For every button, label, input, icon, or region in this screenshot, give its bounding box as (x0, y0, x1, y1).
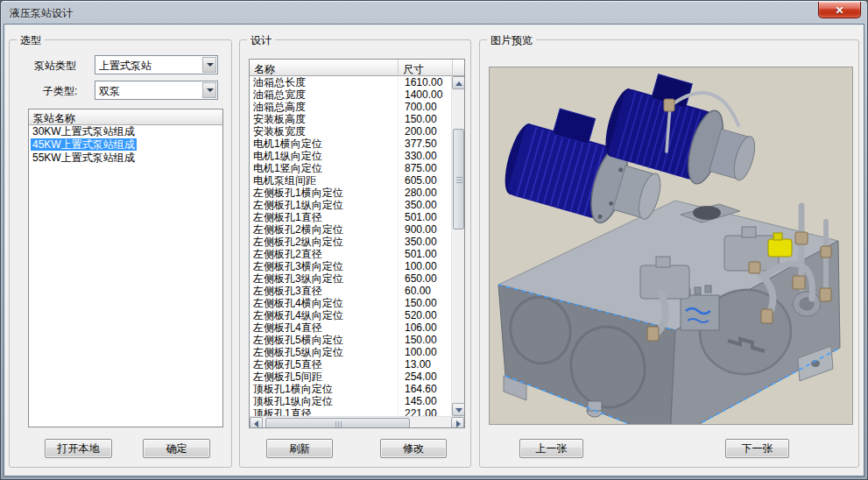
horizontal-scroll-thumb[interactable] (265, 418, 410, 428)
table-row[interactable]: 左侧板孔5间距 254.00 (250, 371, 453, 383)
row-name-cell: 左侧板孔3横向定位 (250, 260, 399, 272)
vertical-scroll-thumb[interactable] (453, 129, 464, 229)
row-name-cell: 左侧板孔3纵向定位 (250, 272, 399, 285)
table-row[interactable]: 左侧板孔3纵向定位 650.00 (250, 272, 453, 285)
preview-image-frame (489, 67, 853, 425)
row-name-cell: 顶板孔1纵向定位 (250, 395, 399, 407)
row-name-cell: 左侧板孔1横向定位 (250, 187, 399, 199)
table-row[interactable]: 电机泵组间距 605.00 (250, 174, 453, 187)
table-row[interactable]: 左侧板孔2直径 501.00 (250, 248, 453, 260)
row-name-cell: 顶板孔1横向定位 (250, 383, 399, 395)
row-size-cell: 520.00 (399, 309, 453, 321)
row-size-cell: 330.00 (399, 150, 453, 162)
row-name-cell: 安装板高度 (250, 113, 399, 125)
row-size-cell: 350.00 (399, 199, 453, 211)
row-size-cell: 60.00 (399, 285, 453, 297)
row-size-cell: 164.60 (399, 383, 453, 395)
row-name-cell: 电机泵组间距 (250, 174, 399, 187)
row-name-cell: 左侧板孔4纵向定位 (250, 309, 399, 321)
close-icon: ✕ (835, 4, 843, 17)
table-row[interactable]: 左侧板孔2横向定位 900.00 (250, 223, 453, 236)
row-name-cell: 左侧板孔5横向定位 (250, 334, 399, 346)
table-row[interactable]: 电机1纵向定位 330.00 (250, 150, 453, 162)
modify-button[interactable]: 修改 (380, 439, 447, 458)
table-row[interactable]: 左侧板孔3横向定位 100.00 (250, 260, 453, 272)
pump-type-dropdown-button[interactable] (202, 57, 216, 73)
table-row[interactable]: 左侧板孔5直径 13.00 (250, 358, 453, 371)
vertical-scrollbar[interactable] (451, 76, 464, 416)
table-row[interactable]: 左侧板孔1纵向定位 350.00 (250, 199, 453, 211)
table-row[interactable]: 电机1竖向定位 875.00 (250, 162, 453, 174)
arrow-left-icon (254, 420, 258, 427)
pump-type-label: 泵站类型 (34, 59, 76, 74)
station-list-header[interactable]: 泵站名称 (29, 109, 222, 125)
row-size-cell: 605.00 (399, 174, 453, 187)
row-name-cell: 左侧板孔2横向定位 (250, 223, 399, 236)
row-name-cell: 左侧板孔5间距 (250, 371, 399, 383)
row-size-cell: 100.00 (399, 346, 453, 358)
scroll-left-button[interactable] (250, 417, 263, 428)
table-row[interactable]: 左侧板孔4直径 106.00 (250, 321, 453, 334)
table-row[interactable]: 安装板高度 150.00 (250, 113, 453, 125)
table-row[interactable]: 左侧板孔5横向定位 150.00 (250, 334, 453, 346)
row-name-cell: 电机1纵向定位 (250, 150, 399, 162)
table-row[interactable]: 电机1横向定位 377.50 (250, 138, 453, 150)
previous-image-button[interactable]: 上一张 (519, 439, 583, 458)
row-size-cell: 150.00 (399, 334, 453, 346)
row-name-cell: 电机1竖向定位 (250, 162, 399, 174)
pump-type-combobox[interactable]: 上置式泵站 (95, 55, 218, 74)
table-row[interactable]: 安装板宽度 200.00 (250, 125, 453, 138)
subtype-combobox[interactable]: 双泵 (95, 81, 218, 100)
table-row[interactable]: 左侧板孔2纵向定位 350.00 (250, 236, 453, 248)
table-row[interactable]: 顶板孔1横向定位 164.60 (250, 383, 453, 395)
scroll-right-button[interactable] (451, 417, 464, 428)
table-row[interactable]: 左侧板孔1横向定位 280.00 (250, 187, 453, 199)
row-size-cell: 280.00 (399, 187, 453, 199)
next-image-button[interactable]: 下一张 (725, 439, 789, 458)
table-row[interactable]: 左侧板孔3直径 60.00 (250, 285, 453, 297)
horizontal-scrollbar[interactable] (250, 416, 464, 428)
scroll-up-button[interactable] (452, 76, 465, 89)
table-row[interactable]: 左侧板孔5纵向定位 100.00 (250, 346, 453, 358)
ok-button[interactable]: 确定 (143, 439, 210, 458)
table-row[interactable]: 顶板孔1直径 221.00 (250, 407, 453, 416)
scroll-down-button[interactable] (452, 403, 465, 416)
table-row[interactable]: 左侧板孔4横向定位 150.00 (250, 297, 453, 309)
row-name-cell: 左侧板孔4横向定位 (250, 297, 399, 309)
table-row[interactable]: 顶板孔1纵向定位 145.00 (250, 395, 453, 407)
table-row[interactable]: 油箱总高度 700.00 (250, 101, 453, 113)
table-row[interactable]: 左侧板孔4纵向定位 520.00 (250, 309, 453, 321)
subtype-value: 双泵 (99, 84, 120, 99)
row-name-cell: 油箱总宽度 (250, 88, 399, 101)
close-button[interactable]: ✕ (818, 2, 861, 18)
row-name-cell: 油箱总高度 (250, 101, 399, 113)
row-name-cell: 顶板孔1直径 (250, 407, 399, 416)
preview-group-title: 图片预览 (487, 33, 536, 48)
row-size-cell: 221.00 (399, 407, 453, 416)
row-size-cell: 1610.00 (399, 76, 453, 88)
table-row[interactable]: 左侧板孔1直径 501.00 (250, 211, 453, 223)
column-header-size[interactable]: 尺寸 (399, 60, 453, 76)
row-name-cell: 左侧板孔2纵向定位 (250, 236, 399, 248)
column-header-name[interactable]: 名称 (250, 60, 399, 76)
list-item[interactable]: 45KW上置式泵站组成 (29, 138, 222, 152)
list-item-label: 55KW上置式泵站组成 (31, 152, 137, 164)
dimension-table: 名称 尺寸 油箱总长度 1610.00 油箱总宽度 1400.00 油箱总高度 … (249, 59, 465, 428)
refresh-button[interactable]: 刷新 (266, 439, 333, 458)
row-size-cell: 875.00 (399, 162, 453, 174)
row-size-cell: 150.00 (399, 297, 453, 309)
row-name-cell: 油箱总长度 (250, 76, 399, 88)
table-row[interactable]: 油箱总长度 1610.00 (250, 76, 453, 88)
subtype-dropdown-button[interactable] (202, 82, 216, 98)
arrow-right-icon (456, 420, 461, 427)
open-local-button[interactable]: 打开本地 (45, 439, 112, 458)
row-size-cell: 377.50 (399, 138, 453, 150)
row-size-cell: 350.00 (399, 236, 453, 248)
preview-image (490, 67, 853, 425)
column-header-filler (453, 60, 464, 76)
table-row[interactable]: 油箱总宽度 1400.00 (250, 88, 453, 101)
list-item[interactable]: 30KW上置式泵站组成 (29, 125, 222, 138)
row-size-cell: 1400.00 (399, 88, 453, 101)
list-item[interactable]: 55KW上置式泵站组成 (29, 152, 222, 165)
titlebar[interactable]: 液压泵站设计 ✕ (1, 1, 867, 25)
